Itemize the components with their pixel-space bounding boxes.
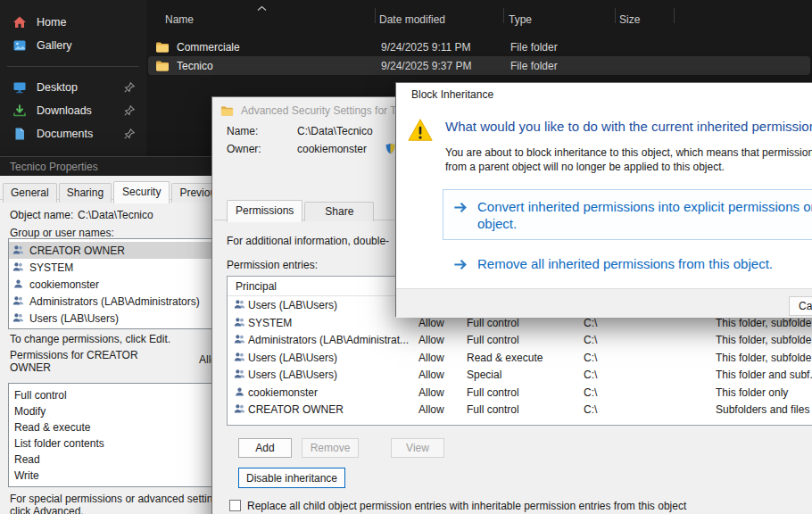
tab-general[interactable]: General: [3, 183, 57, 203]
convert-permissions-command-link[interactable]: Convert inherited permissions into expli…: [443, 189, 812, 240]
advanced-hint: For special permissions or advanced sett…: [10, 493, 235, 514]
sidebar-item-gallery[interactable]: Gallery: [4, 34, 143, 57]
remove-permissions-command-link[interactable]: Remove all inherited permissions from th…: [443, 247, 812, 283]
user-icon: [12, 278, 24, 290]
group-icon: [12, 312, 24, 324]
cell-principal: CREATOR OWNER: [248, 403, 344, 416]
group-item-label: Users (LAB\Users): [29, 312, 119, 325]
name-value: C:\Data\Tecnico: [297, 125, 373, 137]
view-button[interactable]: View: [391, 438, 444, 458]
tab-permissions[interactable]: Permissions: [227, 200, 302, 222]
home-icon: [12, 15, 28, 30]
column-divider[interactable]: [674, 8, 675, 23]
group-icon: [234, 403, 245, 415]
downloads-icon: [12, 104, 28, 119]
group-icon: [12, 245, 24, 256]
sidebar-item-home[interactable]: Home: [4, 11, 143, 34]
advanced-tabs: Permissions Share: [227, 199, 376, 221]
cancel-button[interactable]: Cancel: [789, 296, 812, 316]
tab-share[interactable]: Share: [304, 202, 374, 221]
sidebar-separator: [7, 66, 139, 67]
cell-applies-to: This folder only: [716, 386, 788, 399]
table-row[interactable]: Users (LAB\Users) Allow Read & execute C…: [228, 349, 812, 367]
arrow-right-icon: [453, 258, 469, 283]
column-divider[interactable]: [615, 8, 616, 23]
group-list-label: Group or user names:: [10, 227, 114, 239]
group-icon: [234, 369, 245, 380]
block-dialog-body-text: You are about to block inheritance to th…: [445, 145, 812, 174]
arrow-right-icon: [453, 201, 469, 239]
edit-hint: To change permissions, click Edit.: [10, 333, 170, 345]
folder-icon: [155, 40, 170, 54]
column-header-size[interactable]: Size: [619, 13, 640, 26]
name-label: Name:: [227, 125, 258, 137]
disable-inheritance-button[interactable]: Disable inheritance: [238, 468, 345, 488]
sidebar-item-label: Downloads: [37, 104, 92, 117]
block-inheritance-dialog: Block Inheritance What would you like to…: [395, 82, 812, 317]
cell-inherited-from: C:\: [584, 386, 597, 399]
group-item-label: Administrators (LAB\Administrators): [29, 295, 200, 308]
checkbox-unchecked-icon[interactable]: [229, 500, 241, 511]
sort-ascending-icon: [257, 2, 267, 14]
cell-access: Full control: [467, 334, 519, 346]
cell-type: Allow: [418, 369, 444, 381]
owner-value: cookiemonster: [297, 143, 367, 155]
group-icon: [234, 352, 245, 363]
file-name: Commerciale: [177, 41, 381, 54]
column-divider[interactable]: [503, 8, 504, 23]
cell-inherited-from: C:\: [584, 334, 597, 346]
properties-dialog-title: Tecnico Properties: [10, 161, 98, 173]
column-header-name[interactable]: Name: [165, 13, 194, 26]
user-icon: [234, 386, 245, 398]
group-item-label: cookiemonster: [29, 278, 99, 291]
gallery-icon: [12, 38, 28, 54]
cell-inherited-from: C:\: [584, 369, 597, 381]
permission-entries-label: Permission entries:: [227, 259, 318, 271]
cell-principal: Users (LAB\Users): [248, 369, 337, 381]
table-row[interactable]: cookiemonster Allow Full control C:\ Thi…: [228, 384, 812, 402]
cell-inherited-from: C:\: [584, 317, 597, 329]
sidebar-item-downloads[interactable]: Downloads: [4, 99, 143, 122]
remove-button[interactable]: Remove: [302, 438, 359, 458]
file-list-headers: Name Date modified Type Size: [146, 0, 812, 32]
cell-principal: cookiemonster: [248, 386, 318, 399]
cell-type: Allow: [418, 334, 444, 346]
sidebar-item-label: Documents: [37, 128, 93, 140]
permissions-for-label: Permissions for CREATOR OWNER: [10, 349, 144, 374]
column-header-principal[interactable]: Principal: [236, 280, 277, 293]
block-dialog-title: Block Inheritance: [411, 88, 493, 101]
column-divider[interactable]: [375, 8, 376, 23]
file-row-commerciale[interactable]: Commerciale 9/24/2025 9:11 PM File folde…: [148, 37, 810, 56]
column-header-date-modified[interactable]: Date modified: [379, 13, 445, 26]
file-type: File folder: [510, 41, 626, 54]
add-button[interactable]: Add: [238, 438, 292, 458]
block-dialog-titlebar[interactable]: Block Inheritance: [396, 83, 812, 106]
cell-applies-to: This folder, subfolde...: [716, 352, 812, 364]
cell-access: Full control: [467, 386, 519, 399]
file-date-modified: 9/24/2025 9:11 PM: [381, 41, 510, 54]
cell-inherited-from: C:\: [584, 352, 597, 364]
table-row[interactable]: Users (LAB\Users) Allow Special C:\ This…: [228, 366, 812, 384]
additional-info-text: For additional information, double-: [227, 235, 389, 247]
table-row[interactable]: CREATOR OWNER Allow Full control C:\ Sub…: [228, 401, 812, 419]
desktop-icon: [12, 80, 28, 95]
block-dialog-footer: Cancel: [396, 288, 812, 318]
group-icon: [234, 334, 245, 345]
block-dialog-heading: What would you like to do with the curre…: [445, 119, 812, 134]
group-item-label: CREATOR OWNER: [29, 245, 125, 257]
sidebar-item-desktop[interactable]: Desktop: [4, 76, 143, 99]
cell-principal: Users (LAB\Users): [248, 299, 337, 311]
cell-type: Allow: [418, 386, 444, 399]
replace-permissions-checkbox-row: Replace all child object permission entr…: [229, 500, 812, 512]
cell-principal: Users (LAB\Users): [248, 352, 337, 364]
replace-permissions-checkbox-label[interactable]: Replace all child object permission entr…: [247, 500, 686, 512]
cell-inherited-from: C:\: [584, 403, 597, 416]
tab-security[interactable]: Security: [113, 181, 170, 203]
column-header-type[interactable]: Type: [509, 13, 532, 26]
sidebar-item-documents[interactable]: Documents: [4, 122, 143, 145]
cell-access: Special: [467, 369, 501, 381]
table-row[interactable]: Administrators (LAB\Administrat... Allow…: [228, 331, 812, 349]
file-row-tecnico-selected[interactable]: Tecnico 9/24/2025 9:37 PM File folder: [148, 56, 810, 75]
sidebar-item-label: Home: [37, 16, 66, 29]
tab-sharing[interactable]: Sharing: [59, 183, 112, 203]
